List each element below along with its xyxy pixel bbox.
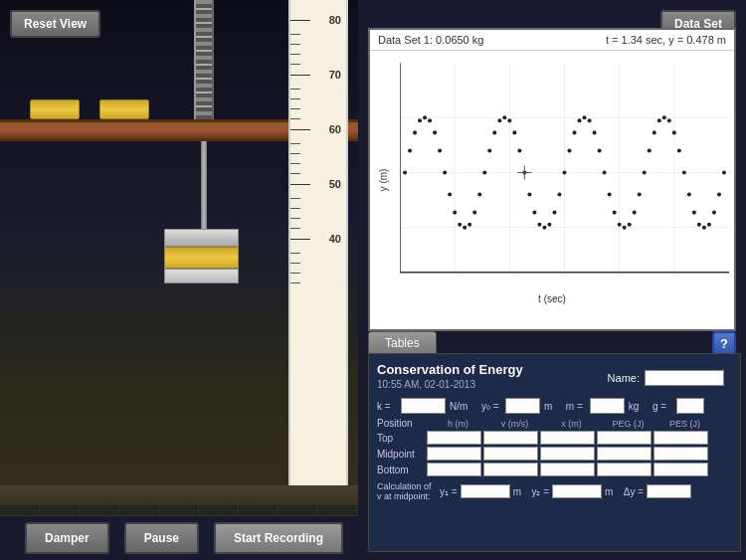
calc-label-block: Calculation of v at midpoint: <box>377 481 437 501</box>
help-button[interactable]: ? <box>712 331 736 355</box>
g-input[interactable] <box>676 398 704 414</box>
svg-point-16 <box>433 130 437 134</box>
ruler-tick-s14 <box>290 208 300 209</box>
k-unit: N/m <box>450 401 467 412</box>
ruler-tick-s5 <box>290 89 300 90</box>
svg-point-21 <box>458 223 462 227</box>
right-panel: Data Set Data Set 1: 0.0650 kg t = 1.34 … <box>358 0 746 560</box>
ruler-tick-s18 <box>290 263 300 264</box>
k-input[interactable] <box>401 398 446 414</box>
svg-point-73 <box>717 193 721 197</box>
ruler-tick-50 <box>290 184 310 185</box>
damper-button[interactable]: Damper <box>25 522 109 554</box>
spring <box>194 0 214 119</box>
bot-v-input[interactable] <box>483 463 538 476</box>
y0-input[interactable] <box>505 398 540 414</box>
name-input[interactable] <box>645 370 724 386</box>
top-h-input[interactable] <box>427 431 481 445</box>
svg-point-45 <box>578 118 582 122</box>
g-label: g = <box>653 401 672 412</box>
ceiling-weight-1 <box>30 99 80 119</box>
peg-header: PEG (J) <box>601 419 655 429</box>
m-input[interactable] <box>590 398 625 414</box>
floor <box>0 485 368 505</box>
graph-dataset-label: Data Set 1: 0.0650 kg <box>378 34 483 46</box>
graph-header: Data Set 1: 0.0650 kg t = 1.34 sec, y = … <box>370 30 734 51</box>
y1-unit: m <box>513 486 521 497</box>
svg-point-18 <box>443 170 447 174</box>
y2-input[interactable] <box>552 484 602 498</box>
svg-point-37 <box>537 223 541 227</box>
start-recording-button[interactable]: Start Recording <box>214 522 343 554</box>
y2-label: y₂ = <box>531 486 549 497</box>
table-header: Position h (m) v (m/s) x (m) PEG (J) PES… <box>377 418 732 429</box>
ruler-tick-s6 <box>290 98 300 99</box>
svg-point-17 <box>438 148 442 152</box>
svg-point-27 <box>487 148 491 152</box>
mid-peg-input[interactable] <box>597 447 652 461</box>
reset-view-button[interactable]: Reset View <box>10 10 100 38</box>
svg-point-54 <box>623 226 627 230</box>
ruler-tick-s9 <box>290 143 300 144</box>
tables-tab-button[interactable]: Tables <box>368 331 437 355</box>
svg-point-20 <box>453 211 457 215</box>
h-header: h (m) <box>431 419 485 429</box>
rod-below-spring <box>201 141 207 233</box>
ceiling-weight-2 <box>99 99 149 119</box>
svg-point-52 <box>613 211 617 215</box>
ruler-tick-s10 <box>290 153 300 154</box>
mid-pes-input[interactable] <box>653 447 708 461</box>
svg-point-41 <box>557 193 561 197</box>
bot-peg-input[interactable] <box>597 463 652 476</box>
svg-point-65 <box>677 148 681 152</box>
top-pes-input[interactable] <box>653 431 708 445</box>
svg-point-11 <box>408 148 412 152</box>
svg-point-74 <box>722 170 726 174</box>
bot-pes-input[interactable] <box>653 463 708 476</box>
ruler-tick-s12 <box>290 173 300 174</box>
constants-row: k = N/m y₀ = m m = kg g = <box>377 398 732 414</box>
svg-point-72 <box>712 211 716 215</box>
calc-sub: v at midpoint: <box>377 491 437 501</box>
graph-time-position: t = 1.34 sec, y = 0.478 m <box>606 34 726 46</box>
bot-x-input[interactable] <box>540 463 595 476</box>
mid-v-input[interactable] <box>483 447 538 461</box>
pes-header: PES (J) <box>657 419 712 429</box>
graph-body: y (m) <box>370 51 734 309</box>
mid-h-input[interactable] <box>427 447 481 461</box>
name-label: Name: <box>608 372 640 384</box>
svg-point-63 <box>667 118 671 122</box>
top-peg-input[interactable] <box>597 431 652 445</box>
svg-point-67 <box>687 193 691 197</box>
ruler-tick-40 <box>290 239 310 240</box>
ruler-tick-s7 <box>290 108 300 109</box>
ruler-tick-s3 <box>290 54 300 55</box>
svg-point-29 <box>497 118 501 122</box>
ruler-tick-70 <box>290 75 310 76</box>
pause-button[interactable]: Pause <box>124 522 199 554</box>
svg-point-32 <box>512 130 516 134</box>
ruler-tick-s19 <box>290 273 300 274</box>
k-label: k = <box>377 401 397 412</box>
svg-point-69 <box>697 223 701 227</box>
y1-label: y₁ = <box>440 486 458 497</box>
svg-point-43 <box>568 148 572 152</box>
graph-x-axis-label: t (sec) <box>538 293 566 304</box>
top-x-input[interactable] <box>540 431 595 445</box>
delta-y-input[interactable] <box>647 484 691 498</box>
ruler-tick-s20 <box>290 282 300 283</box>
delta-y-label: Δy = <box>624 486 644 497</box>
bot-h-input[interactable] <box>427 463 481 476</box>
simulation-area: Reset View 80 70 <box>0 0 368 560</box>
y0-label: y₀ = <box>481 401 501 412</box>
svg-point-19 <box>448 193 452 197</box>
midpoint-label: Midpoint <box>377 449 425 460</box>
bottom-row: Bottom <box>377 463 732 476</box>
mass-bottom <box>164 269 239 283</box>
top-v-input[interactable] <box>483 431 538 445</box>
svg-point-36 <box>532 211 536 215</box>
midpoint-row: Midpoint <box>377 447 732 461</box>
mid-x-input[interactable] <box>540 447 595 461</box>
y1-input[interactable] <box>461 484 510 498</box>
ruler-tick-s2 <box>290 44 300 45</box>
